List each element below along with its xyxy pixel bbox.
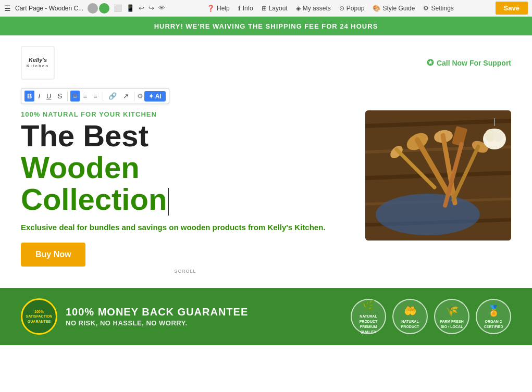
underline-button[interactable]: U [44,91,54,102]
hero-text: 100% NATURAL FOR YOUR KITCHEN The Best W… [21,110,350,274]
hero-description: Exclusive deal for bundles and savings o… [21,222,350,234]
align-left-button[interactable]: ≡ [70,91,80,102]
guarantee-badge: 100% SATISFACTION GUARANTEE [21,298,57,335]
menu-icon[interactable]: ☰ [4,4,11,12]
guarantee-sub: NO RISK, NO HASSLE, NO WORRY. [66,319,248,327]
organic-icon: 🏅 [487,304,500,318]
bold-button[interactable]: B [24,91,34,102]
formatting-toolbar: B I U S ≡ ≡ ≡ 🔗 ↗ ⚙ ✦ AI [21,88,169,104]
badge-label: NATURAL PRODUCT [352,314,385,324]
strikethrough-button[interactable]: S [55,91,65,102]
save-button[interactable]: Save [496,2,528,15]
hero-title-line2: Wooden [21,150,140,184]
page-header: Kelly's Kitchen ✪ Call Now For Support [21,46,511,80]
badge-natural: 🌿 NATURAL PRODUCT PREMIUM QUALITY [351,299,386,334]
avatar [99,3,109,14]
top-bar-nav: ❓ Help ℹ Info ⊞ Layout ◈ My assets ⊙ Pop… [207,5,454,12]
badge-line3: GUARANTEE [28,319,51,324]
support-icon: ✪ [427,58,434,68]
mobile-view-icon[interactable]: 📱 [126,4,134,12]
text-cursor [168,188,169,215]
nav-info[interactable]: ℹ Info [238,5,253,12]
nav-help[interactable]: ❓ Help [207,5,230,12]
avatar-group [88,3,109,14]
eye-icon[interactable]: 👁 [158,4,165,12]
badge-natural2: 🤲 NATURAL PRODUCT [392,299,428,334]
hero-title: The Best Wooden Collection [21,120,350,216]
nav-assets[interactable]: ◈ My assets [296,5,331,12]
badge-label: NATURAL [401,319,418,324]
farm-icon: 🌾 [446,304,459,318]
badge-sublabel: BIO • LOCAL [441,324,463,330]
main-content: Kelly's Kitchen ✪ Call Now For Support B… [0,35,532,288]
nav-settings[interactable]: ⚙ Settings [423,5,453,12]
support-label: Call Now For Support [437,59,511,67]
badge-sublabel: PREMIUM QUALITY [352,324,385,335]
hero-title-line3: Collection [21,182,167,216]
green-section: 100% SATISFACTION GUARANTEE 100% MONEY B… [0,288,532,345]
hands-icon: 🤲 [404,304,417,318]
top-bar-right: Save [496,2,528,15]
logo-area: Kelly's Kitchen [21,46,55,80]
ai-button[interactable]: ✦ AI [144,91,166,102]
badge-sublabel: PRODUCT [401,324,419,330]
avatar [88,3,98,14]
svg-point-6 [376,194,480,235]
badge-farm: 🌾 FARM FRESH BIO • LOCAL [434,299,469,334]
top-bar-left: ☰ Cart Page - Wooden C... ⬜ 📱 ↩ ↪ 👁 [4,3,165,14]
nav-layout[interactable]: ⊞ Layout [262,5,288,12]
svg-point-19 [493,129,503,142]
link-button[interactable]: 🔗 [106,91,119,102]
top-bar: ☰ Cart Page - Wooden C... ⬜ 📱 ↩ ↪ 👁 ❓ He… [0,0,532,17]
nav-popup[interactable]: ⊙ Popup [339,5,365,12]
toolbar-settings-button[interactable]: ⚙ [137,92,143,100]
align-center-button[interactable]: ≡ [81,91,90,102]
toolbar-divider [67,92,68,101]
announcement-text: HURRY! WE'RE WAIVING THE SHIPPING FEE FO… [154,22,378,30]
logo-name: Kelly's [29,57,47,64]
natural-icon: 🌿 [362,298,375,313]
guarantee-area: 100% SATISFACTION GUARANTEE 100% MONEY B… [21,298,248,335]
scroll-label: SCROLL [21,269,350,274]
guarantee-text: 100% MONEY BACK GUARANTEE NO RISK, NO HA… [66,306,248,327]
toolbar-divider-3 [134,92,134,101]
buy-now-button[interactable]: Buy Now [21,243,85,267]
italic-button[interactable]: I [35,91,43,102]
logo-sub: Kitchen [27,64,49,69]
logo: Kelly's Kitchen [21,46,55,80]
align-right-button[interactable]: ≡ [91,91,100,102]
toolbar-divider-2 [103,92,103,101]
nav-style-guide[interactable]: 🎨 Style Guide [373,5,415,12]
redo-icon[interactable]: ↪ [149,4,154,12]
announcement-bar: HURRY! WE'RE WAIVING THE SHIPPING FEE FO… [0,17,532,35]
external-link-button[interactable]: ↗ [120,91,131,102]
hero-title-line1: The Best [21,119,149,153]
badge-line2: SATISFACTION [26,314,53,319]
support-link[interactable]: ✪ Call Now For Support [427,58,511,68]
badge-label: ORGANIC [485,319,502,324]
trust-badges: 🌿 NATURAL PRODUCT PREMIUM QUALITY 🤲 NATU… [351,299,511,334]
hero-section: 100% NATURAL FOR YOUR KITCHEN The Best W… [21,110,511,274]
page-view-icon[interactable]: ⬜ [114,4,122,12]
badge-organic: 🏅 ORGANIC CERTIFIED [476,299,511,334]
hero-image-svg [365,110,511,241]
badge-label: FARM FRESH [440,319,464,324]
page-title: Cart Page - Wooden C... [15,5,83,12]
undo-icon[interactable]: ↩ [139,4,144,12]
hero-tagline: 100% NATURAL FOR YOUR KITCHEN [21,110,350,118]
badge-line1: 100% [34,309,44,314]
badge-sublabel: CERTIFIED [484,324,503,330]
guarantee-title: 100% MONEY BACK GUARANTEE [66,306,248,318]
hero-image [365,110,511,241]
